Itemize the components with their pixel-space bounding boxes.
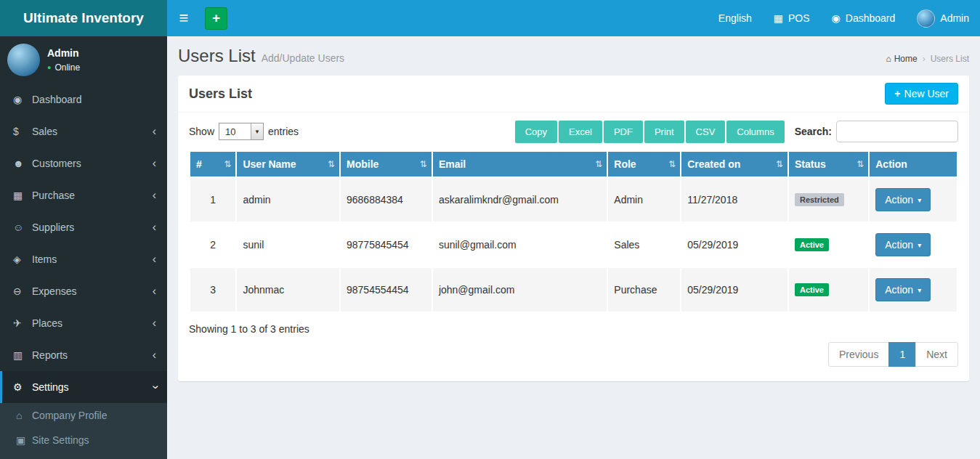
next-page-button[interactable]: Next bbox=[915, 342, 958, 367]
sidebar-item-places[interactable]: ✈ Places ‹ bbox=[0, 307, 167, 339]
nav-dashboard-label: Dashboard bbox=[846, 12, 896, 24]
export-copy-button[interactable]: Copy bbox=[515, 121, 557, 143]
cell-mobile: 98775845454 bbox=[341, 223, 432, 267]
export-print-button[interactable]: Print bbox=[644, 121, 684, 143]
cell-role: Purchase bbox=[608, 268, 680, 312]
entries-select[interactable]: 10 ▼ bbox=[219, 123, 264, 140]
sidebar-item-customers[interactable]: ☻ Customers ‹ bbox=[0, 147, 167, 179]
breadcrumb-current: Users List bbox=[931, 54, 969, 64]
col-header-status[interactable]: Status ⇅ bbox=[789, 152, 868, 176]
nav-language[interactable]: English bbox=[708, 0, 763, 36]
caret-down-icon: ▾ bbox=[918, 241, 921, 249]
row-action-button[interactable]: Action ▾ bbox=[875, 278, 931, 301]
dashboard-icon: ◉ bbox=[832, 12, 841, 24]
export-button-group: Copy Excel PDF Print CSV Columns bbox=[515, 121, 785, 143]
search-input[interactable] bbox=[836, 121, 958, 142]
user-avatar bbox=[7, 44, 40, 76]
chevron-left-icon: ‹ bbox=[153, 285, 156, 297]
table-row: 3 Johnmac 98754554454 john@gmail.com Pur… bbox=[190, 268, 957, 312]
sidebar-item-label: Places bbox=[32, 317, 153, 330]
col-header-num[interactable]: # ⇅ bbox=[190, 152, 235, 176]
plus-icon: + bbox=[894, 88, 900, 99]
sidebar-item-expenses[interactable]: ⊖ Expenses ‹ bbox=[0, 275, 167, 307]
dropdown-arrow-icon: ▼ bbox=[251, 123, 263, 139]
quick-add-button[interactable]: + bbox=[205, 7, 227, 30]
navbar-right-menu: English ▦ POS ◉ Dashboard Admin bbox=[708, 0, 980, 36]
cell-mobile: 9686884384 bbox=[341, 178, 432, 222]
bar-chart-icon: ▥ bbox=[13, 349, 32, 362]
row-action-button[interactable]: Action ▾ bbox=[875, 233, 931, 256]
export-excel-button[interactable]: Excel bbox=[559, 121, 602, 143]
user-avatar bbox=[917, 9, 935, 28]
breadcrumb-home-link[interactable]: ⌂ Home bbox=[886, 54, 917, 64]
settings-submenu: ⌂ Company Profile ▣ Site Settings ✂ Tax … bbox=[0, 403, 167, 459]
panel-title: Users List bbox=[189, 84, 252, 104]
sort-icon: ⇅ bbox=[857, 159, 864, 169]
money-icon: $ bbox=[13, 125, 32, 138]
sort-icon: ⇅ bbox=[595, 159, 602, 169]
sidebar-item-sales[interactable]: $ Sales ‹ bbox=[0, 115, 167, 147]
hamburger-icon: ≡ bbox=[179, 9, 189, 28]
pos-label: POS bbox=[788, 12, 810, 24]
sort-icon: ⇅ bbox=[328, 159, 335, 169]
submenu-item-label: Company Profile bbox=[32, 409, 156, 422]
export-pdf-button[interactable]: PDF bbox=[604, 121, 643, 143]
col-header-role[interactable]: Role ⇅ bbox=[608, 152, 680, 176]
submenu-item-site-settings[interactable]: ▣ Site Settings bbox=[0, 428, 167, 452]
online-status-icon: ● bbox=[47, 64, 51, 71]
submenu-item-company-profile[interactable]: ⌂ Company Profile bbox=[0, 403, 167, 428]
new-user-button[interactable]: + New User bbox=[885, 83, 958, 105]
col-header-email[interactable]: Email ⇅ bbox=[433, 152, 607, 176]
chevron-left-icon: ‹ bbox=[153, 222, 156, 233]
chevron-left-icon: ‹ bbox=[153, 317, 156, 329]
sidebar-item-reports[interactable]: ▥ Reports ‹ bbox=[0, 339, 167, 371]
sidebar-item-label: Items bbox=[32, 253, 153, 266]
nav-user-menu[interactable]: Admin bbox=[906, 0, 980, 36]
col-header-created-on[interactable]: Created on ⇅ bbox=[681, 152, 787, 176]
table-controls: Show 10 ▼ entries Copy Excel PDF Print C… bbox=[189, 120, 958, 143]
sidebar: Admin ● Online ◉ Dashboard $ Sales ‹ ☻ C… bbox=[0, 36, 167, 459]
cell-num: 3 bbox=[190, 268, 235, 312]
sidebar-item-label: Settings bbox=[32, 381, 153, 394]
col-header-mobile[interactable]: Mobile ⇅ bbox=[341, 152, 432, 176]
page-title: Users List bbox=[178, 45, 256, 67]
paper-plane-icon: ✈ bbox=[13, 317, 32, 330]
cell-action: Action ▾ bbox=[870, 223, 957, 267]
status-badge: Active bbox=[795, 283, 829, 296]
export-csv-button[interactable]: CSV bbox=[686, 121, 726, 143]
sidebar-item-label: Customers bbox=[32, 157, 153, 170]
chevron-left-icon: ‹ bbox=[153, 126, 156, 137]
sidebar-item-items[interactable]: ◈ Items ‹ bbox=[0, 243, 167, 275]
users-icon: ☻ bbox=[13, 157, 32, 170]
top-navbar: ≡ + English ▦ POS ◉ Dashboard Admin bbox=[167, 0, 980, 36]
cell-created-on: 05/29/2019 bbox=[681, 268, 787, 312]
sidebar-item-settings[interactable]: ⚙ Settings ‹ bbox=[0, 371, 167, 403]
row-action-button[interactable]: Action ▾ bbox=[875, 188, 931, 211]
table-footer: Showing 1 to 3 of 3 entries Previous 1 N… bbox=[189, 323, 958, 367]
columns-button[interactable]: Columns bbox=[726, 121, 784, 143]
page-subtitle: Add/Update Users bbox=[262, 52, 344, 64]
table-row: 2 sunil 98775845454 sunil@gmail.com Sale… bbox=[190, 223, 957, 267]
brand-logo[interactable]: Ultimate Inventory bbox=[0, 0, 167, 36]
col-header-label: Mobile bbox=[347, 158, 378, 170]
col-header-user-name[interactable]: User Name ⇅ bbox=[237, 152, 339, 176]
action-label: Action bbox=[885, 194, 913, 206]
user-info: Admin ● Online bbox=[47, 47, 80, 73]
sidebar-item-suppliers[interactable]: ☺ Suppliers ‹ bbox=[0, 211, 167, 243]
sort-icon: ⇅ bbox=[668, 159, 676, 169]
user-plus-icon: ☺ bbox=[13, 221, 32, 234]
sort-icon: ⇅ bbox=[420, 159, 427, 169]
status-badge: Active bbox=[795, 238, 829, 251]
nav-dashboard[interactable]: ◉ Dashboard bbox=[821, 0, 907, 36]
entries-info: Showing 1 to 3 of 3 entries bbox=[189, 323, 958, 335]
cell-mobile: 98754554454 bbox=[341, 268, 432, 312]
sidebar-toggle-button[interactable]: ≡ bbox=[167, 0, 201, 36]
sidebar-item-dashboard[interactable]: ◉ Dashboard bbox=[0, 84, 167, 115]
previous-page-button[interactable]: Previous bbox=[828, 342, 889, 367]
action-label: Action bbox=[885, 239, 913, 251]
nav-pos[interactable]: ▦ POS bbox=[763, 0, 821, 36]
chevron-left-icon: ‹ bbox=[153, 349, 156, 361]
submenu-item-tax-list[interactable]: ✂ Tax List bbox=[0, 452, 167, 459]
page-1-button[interactable]: 1 bbox=[888, 342, 916, 367]
sidebar-item-purchase[interactable]: ▦ Purchase ‹ bbox=[0, 179, 167, 211]
